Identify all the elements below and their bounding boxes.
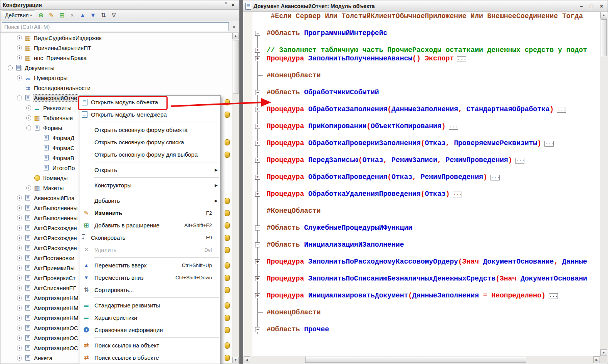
fold-expand-icon[interactable]: + [255,175,260,180]
fold-collapse-icon[interactable]: − [255,242,260,247]
fold-expand-icon[interactable]: + [255,124,260,129]
collapsed-code-icon[interactable]: ... [515,158,524,164]
collapsed-code-icon[interactable]: ... [490,175,500,180]
move-up-icon[interactable]: ▲ [77,11,88,20]
collapse-icon[interactable]: − [8,65,13,70]
code-editor[interactable]: #Если Сервер Или ТолстыйКлиентОбычноеПри… [244,12,600,356]
fold-expand-icon[interactable]: + [255,259,260,264]
scroll-thumb[interactable] [305,357,526,363]
menu-item[interactable]: Сортировать... [79,284,220,296]
expand-icon[interactable]: + [17,245,22,250]
fold-expand-icon[interactable]: + [255,293,260,298]
tree-item[interactable]: −Документы [1,63,232,73]
fold-expand-icon[interactable]: + [255,107,260,112]
scroll-down-icon[interactable] [600,349,607,356]
expand-icon[interactable]: + [17,306,22,311]
scroll-thumb[interactable] [601,19,607,56]
scroll-right-icon[interactable] [593,356,600,363]
add-to-extension-icon[interactable]: ⊞ [57,11,67,20]
close-button[interactable]: × [229,2,237,8]
expand-icon[interactable]: + [17,45,22,50]
menu-item[interactable]: Открыть основную форму для выбора [79,148,220,160]
sort-icon[interactable]: ⇅ [98,11,109,20]
fold-expand-icon[interactable]: + [255,141,260,146]
collapse-icon[interactable]: − [17,95,22,100]
expand-icon[interactable]: + [26,105,32,110]
minimize-button[interactable]: – [578,3,585,10]
fold-collapse-icon[interactable]: − [255,225,260,230]
menu-item[interactable]: Открыть основную форму списка [79,136,220,148]
menu-item[interactable]: Открыть основную форму объекта [79,124,220,136]
menu-item[interactable]: Открыть▶ [79,164,220,176]
filter-icon[interactable]: ∇ [109,11,119,20]
expand-icon[interactable]: + [17,235,22,240]
expand-icon[interactable]: + [17,195,22,200]
menu-item[interactable]: Стандартные реквизиты [79,299,220,311]
add-icon[interactable]: ⊕ [36,11,46,20]
menu-item[interactable]: Переместить вверхCtrl+Shift+Up [79,259,220,271]
expand-icon[interactable]: + [17,75,22,80]
expand-icon[interactable]: + [17,255,22,260]
expand-icon[interactable]: + [17,336,22,341]
scroll-thumb[interactable] [233,40,238,94]
menu-item[interactable]: Добавить▶ [79,194,220,207]
editor-vscrollbar[interactable] [600,12,607,356]
expand-icon[interactable]: + [17,296,22,301]
menu-item[interactable]: Поиск ссылок на объект [79,339,220,351]
editor-hscrollbar[interactable] [244,356,600,363]
fold-collapse-icon[interactable]: − [255,31,260,36]
expand-icon[interactable]: + [17,35,22,40]
clear-search-button[interactable]: × [230,23,238,31]
fold-expand-icon[interactable]: + [255,48,260,53]
collapsed-code-icon[interactable]: ... [457,56,466,62]
tree-item[interactable]: +нпс_ПричиныБрака [1,53,232,63]
fold-expand-icon[interactable]: + [255,276,260,281]
move-down-icon[interactable]: ▼ [88,11,98,20]
scroll-up-icon[interactable] [232,33,239,39]
actions-button[interactable]: Действия ▾ [2,10,35,20]
collapsed-code-icon[interactable]: ... [544,141,554,147]
menu-item[interactable]: СкопироватьF9 [79,231,220,244]
tree-scrollbar[interactable] [232,33,239,363]
fold-expand-icon[interactable]: + [255,56,260,61]
expand-icon[interactable]: + [26,185,32,190]
fold-expand-icon[interactable]: + [255,158,260,163]
tree-item[interactable]: +ПричиныЗакрытияПТ [1,43,232,53]
expand-icon[interactable]: + [17,316,22,321]
menu-item[interactable]: Добавить в расширениеAlt+Shift+F2 [79,219,220,231]
edit-icon[interactable]: ✎ [46,11,57,20]
expand-icon[interactable]: + [17,265,22,270]
scroll-left-icon[interactable] [244,356,250,363]
delete-icon[interactable]: × [67,11,77,20]
tree-item[interactable]: +Нумераторы [1,73,232,83]
expand-icon[interactable]: + [17,205,22,210]
expand-icon[interactable]: + [17,276,22,281]
collapsed-code-icon[interactable]: ... [449,124,458,130]
fold-collapse-icon[interactable]: − [255,90,260,95]
tree-item[interactable]: Последовательности [1,83,232,93]
scroll-up-icon[interactable] [600,12,607,18]
tree-item[interactable]: +ВидыСудебныхИздержек [1,33,232,43]
expand-icon[interactable]: + [17,346,22,351]
collapsed-code-icon[interactable]: ... [557,107,566,113]
collapse-icon[interactable]: − [26,125,32,130]
search-input[interactable] [2,22,229,31]
expand-icon[interactable]: + [17,55,22,60]
close-button[interactable]: × [598,3,605,10]
fold-expand-icon[interactable]: + [255,192,260,197]
expand-icon[interactable]: + [26,115,32,120]
menu-item[interactable]: Характеристики [79,311,220,324]
menu-item[interactable]: Переместить внизCtrl+Shift+Down [79,271,220,284]
collapsed-code-icon[interactable]: ... [453,192,462,197]
menu-item[interactable]: Справочная информация [79,324,220,336]
menu-item[interactable]: ИзменитьF2 [79,207,220,219]
expand-icon[interactable]: + [17,215,22,220]
fold-collapse-icon[interactable]: − [255,327,260,332]
expand-icon[interactable]: + [17,286,22,291]
collapsed-code-icon[interactable]: ... [549,293,558,299]
expand-icon[interactable]: + [17,225,22,230]
maximize-button[interactable]: □ [588,3,595,10]
scroll-down-icon[interactable] [232,357,239,363]
expand-icon[interactable]: + [17,326,22,331]
menu-item[interactable]: Поиск ссылок в объекте [79,351,220,364]
